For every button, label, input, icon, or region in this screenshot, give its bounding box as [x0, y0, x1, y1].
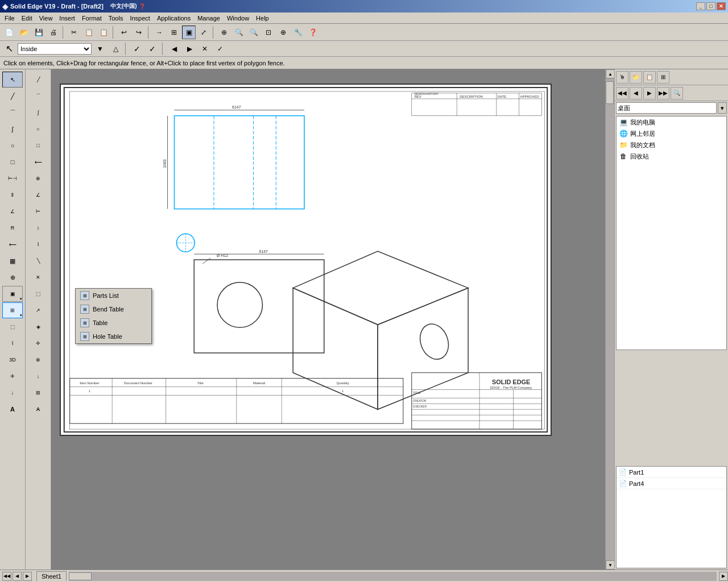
- check-btn2[interactable]: ✓: [146, 42, 159, 56]
- file-part1[interactable]: 📄 Part1: [617, 467, 726, 478]
- lt2-btn2[interactable]: ⌒: [28, 88, 48, 104]
- lt2-btn19[interactable]: ↓: [28, 368, 48, 384]
- angular-dim-button[interactable]: ∠: [2, 203, 23, 219]
- scroll-thumb[interactable]: [606, 81, 614, 104]
- vertical-scrollbar[interactable]: ▲ ▼: [605, 69, 614, 569]
- close-button[interactable]: ✕: [717, 2, 726, 10]
- dim-tool-button[interactable]: ⊢⊣: [2, 171, 23, 186]
- tree-item-computer[interactable]: 💻 我的电脑: [617, 117, 726, 128]
- nav-prev-button[interactable]: ◀: [167, 42, 181, 56]
- print-button[interactable]: 🖨: [47, 26, 60, 39]
- table-tool-button[interactable]: ⊞▾: [2, 302, 23, 318]
- cut-button[interactable]: ✂: [67, 26, 81, 39]
- bend-table-menu-item[interactable]: ⊞ Bend Table: [76, 302, 151, 316]
- open-button[interactable]: 📂: [17, 26, 31, 39]
- hscroll-right[interactable]: ▶: [719, 572, 728, 581]
- save-button[interactable]: 💾: [32, 26, 46, 39]
- title-buttons[interactable]: _ □ ✕: [696, 2, 726, 10]
- lt2-btn15[interactable]: ↗: [28, 302, 48, 318]
- menu-insert[interactable]: Insert: [56, 14, 78, 23]
- sheet-prev-button[interactable]: ◀: [13, 572, 22, 581]
- location-dropdown[interactable]: 桌面: [616, 102, 717, 114]
- weld-tool-button[interactable]: ⌇: [2, 335, 23, 351]
- move-tool-button[interactable]: ✛: [2, 368, 23, 384]
- menu-format[interactable]: Format: [78, 14, 105, 23]
- panel-nav-next[interactable]: ▶: [643, 87, 656, 99]
- grid-button[interactable]: ⊞: [167, 26, 181, 39]
- lt2-btn11[interactable]: ⌇: [28, 236, 48, 252]
- block-tool-button[interactable]: ⬚: [2, 319, 23, 335]
- panel-nav-last[interactable]: ▶▶: [657, 87, 669, 99]
- zoom-in-button[interactable]: 🔍: [232, 26, 246, 39]
- lt2-btn9[interactable]: ⊢: [28, 203, 48, 219]
- menu-file[interactable]: File: [1, 14, 18, 23]
- zoom-all-button[interactable]: ⊡: [262, 26, 275, 39]
- centerline-button[interactable]: ⊕: [2, 269, 23, 285]
- menu-window[interactable]: Window: [224, 14, 253, 23]
- pan-button[interactable]: ⊕: [276, 26, 290, 39]
- 3d-button[interactable]: 3D: [2, 352, 23, 368]
- dim2-button[interactable]: ⇕: [2, 187, 23, 203]
- measure-button[interactable]: 🔧: [291, 26, 305, 39]
- lt2-btn18[interactable]: ⊕: [28, 352, 48, 368]
- lt2-btn21[interactable]: A: [28, 401, 48, 417]
- check-btn1[interactable]: ✓: [130, 42, 144, 56]
- connector-button[interactable]: ↓: [2, 385, 23, 401]
- lt2-btn12[interactable]: ╲: [28, 253, 48, 269]
- tree-item-documents[interactable]: 📁 我的文档: [617, 139, 726, 151]
- maximize-button[interactable]: □: [706, 2, 715, 10]
- nav-next-button[interactable]: ▶: [183, 42, 196, 56]
- horizontal-scrollbar[interactable]: [69, 572, 717, 581]
- select-button[interactable]: ▣: [182, 26, 196, 39]
- menu-view[interactable]: View: [36, 14, 56, 23]
- arc-tool-button[interactable]: ⌒: [2, 105, 23, 120]
- radius-dim-button[interactable]: R: [2, 220, 23, 236]
- hscroll-thumb[interactable]: [69, 572, 92, 580]
- panel-icon1[interactable]: 🖱: [616, 71, 628, 84]
- paste-button[interactable]: 📋: [97, 26, 110, 39]
- panel-nav-prev[interactable]: ◀: [630, 87, 642, 99]
- panel-nav-first[interactable]: ◀◀: [616, 87, 628, 99]
- circle-tool-button[interactable]: ○: [2, 138, 23, 153]
- panel-icon2[interactable]: 📁: [630, 71, 642, 84]
- menu-tools[interactable]: Tools: [105, 14, 127, 23]
- redo-button[interactable]: ↪: [132, 26, 146, 39]
- table-menu-item[interactable]: ⊞ Table: [76, 316, 151, 330]
- minimize-button[interactable]: _: [696, 2, 705, 10]
- lt2-btn16[interactable]: ◈: [28, 319, 48, 335]
- menu-manage[interactable]: Manage: [194, 14, 224, 23]
- accept-btn2[interactable]: △: [109, 42, 122, 56]
- panel-search[interactable]: 🔍: [671, 87, 683, 99]
- lt2-btn13[interactable]: ✕: [28, 269, 48, 285]
- file-part4[interactable]: 📄 Part4: [617, 478, 726, 489]
- line-tool-button[interactable]: ╱: [2, 88, 23, 104]
- tree-item-network[interactable]: 🌐 网上邻居: [617, 128, 726, 139]
- annotation-button[interactable]: ⟵: [2, 236, 23, 252]
- curve-tool-button[interactable]: ∫: [2, 121, 23, 137]
- menu-applications[interactable]: Applications: [154, 14, 194, 23]
- lt2-btn3[interactable]: ∫: [28, 105, 48, 120]
- lt2-btn10[interactable]: ↕: [28, 220, 48, 236]
- select-mode-dropdown[interactable]: Inside Outside Crossing: [18, 43, 92, 55]
- lt2-btn14[interactable]: ⬚: [28, 286, 48, 302]
- select-tool-button[interactable]: ↖: [2, 72, 23, 88]
- lt2-btn7[interactable]: ⊕: [28, 171, 48, 186]
- cancel-button[interactable]: ✕: [198, 42, 212, 56]
- zoom-out-button[interactable]: 🔍: [247, 26, 260, 39]
- help-button[interactable]: ❓: [306, 26, 320, 39]
- move-button[interactable]: →: [152, 26, 166, 39]
- lt2-btn20[interactable]: ⊞: [28, 385, 48, 401]
- rect-tool-button[interactable]: □: [2, 154, 23, 170]
- lt2-btn17[interactable]: ✛: [28, 335, 48, 351]
- fit-button[interactable]: ⊕: [217, 26, 231, 39]
- lt2-btn5[interactable]: □: [28, 138, 48, 153]
- sheet-next-button[interactable]: ▶: [23, 572, 32, 581]
- sheet1-tab[interactable]: Sheet1: [36, 571, 67, 581]
- copy-button[interactable]: 📋: [82, 26, 96, 39]
- lt2-btn4[interactable]: ○: [28, 121, 48, 137]
- panel-icon3[interactable]: 📋: [643, 71, 656, 84]
- menu-edit[interactable]: Edit: [18, 14, 36, 23]
- canvas-area[interactable]: REV DESCRIPTION DATE APPROVED DESIGN HIS…: [51, 69, 614, 569]
- parts-list-menu-item[interactable]: ⊞ Parts List: [76, 289, 151, 302]
- scroll-down-button[interactable]: ▼: [606, 560, 614, 569]
